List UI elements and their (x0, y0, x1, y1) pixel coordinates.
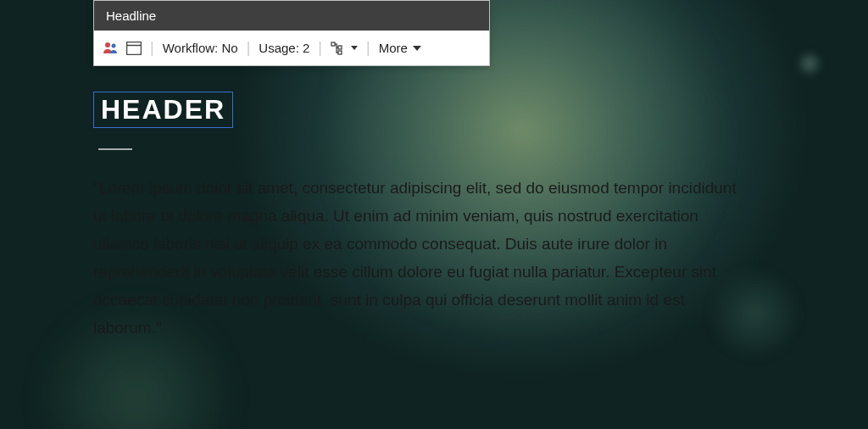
more-dropdown[interactable]: More (379, 41, 421, 55)
usage-status[interactable]: Usage: 2 (259, 41, 309, 55)
tree-dropdown[interactable] (331, 42, 358, 55)
svg-point-0 (105, 42, 110, 47)
chevron-down-icon (413, 46, 421, 51)
workflow-status[interactable]: Workflow: No (163, 41, 238, 55)
workflow-label: Workflow: (163, 41, 219, 55)
svg-rect-5 (338, 46, 342, 49)
separator: | (150, 39, 154, 57)
background-blob (797, 51, 822, 76)
workflow-value: No (221, 41, 237, 55)
body-paragraph[interactable]: "Lorem ipsum dolor sit amet, consectetur… (93, 174, 737, 342)
chevron-down-icon (351, 46, 358, 50)
tree-icon (331, 42, 344, 55)
svg-rect-2 (127, 42, 142, 54)
usage-value: 2 (303, 41, 309, 55)
svg-point-1 (112, 43, 116, 47)
window-icon[interactable] (126, 42, 142, 55)
divider (98, 148, 132, 150)
editor-panel: Headline | Workflow: No | Usage: 2 (93, 0, 490, 66)
usage-label: Usage: (259, 41, 299, 55)
svg-rect-4 (331, 42, 335, 46)
panel-title: Headline (94, 1, 489, 31)
separator: | (247, 39, 251, 57)
svg-rect-6 (338, 51, 342, 54)
content-area: HEADER "Lorem ipsum dolor sit amet, cons… (93, 92, 754, 342)
header-selection-box[interactable]: HEADER (93, 92, 233, 128)
page-header[interactable]: HEADER (101, 94, 225, 125)
more-label: More (379, 41, 408, 55)
separator: | (366, 39, 370, 57)
separator: | (318, 39, 322, 57)
users-icon[interactable] (103, 41, 120, 56)
panel-toolbar: | Workflow: No | Usage: 2 | | Mor (94, 31, 489, 65)
